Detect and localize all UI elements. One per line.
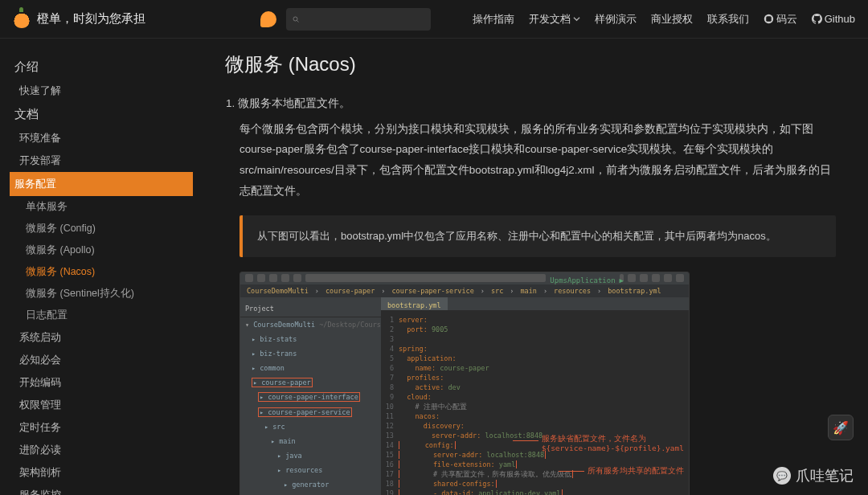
ide-breadcrumb: CourseDemoMulti › course-paper › course-… <box>240 284 689 297</box>
tree-row[interactable]: ▸ course-paper-interface <box>240 390 381 404</box>
sidebar-subitem[interactable]: 日志配置 <box>14 305 193 326</box>
search-field[interactable] <box>304 14 424 25</box>
main-content: 微服务 (Nacos) 微服务本地配置文件。 每个微服务包含两个模块，分别为接口… <box>193 39 868 495</box>
tree-row[interactable]: ▸ common <box>240 361 381 375</box>
wechat-icon: 💬 <box>773 467 791 485</box>
theme-palette-icon[interactable] <box>260 11 276 27</box>
sidebar-item[interactable]: 权限管理 <box>14 394 193 416</box>
tree-row[interactable]: ▸ main <box>240 434 381 448</box>
ide-toolbar: UpmsApplication ▶ <box>240 272 689 284</box>
nav-github[interactable]: Github <box>812 13 855 25</box>
ide-screenshot: UpmsApplication ▶ CourseDemoMulti › cour… <box>240 272 690 495</box>
tree-header: Project <box>240 301 381 317</box>
svg-line-1 <box>297 20 298 22</box>
chevron-down-icon <box>573 15 580 22</box>
tree-row[interactable]: ▸ course-paper <box>240 375 381 390</box>
watermark: 💬 爪哇笔记 <box>773 466 854 485</box>
sidebar-item[interactable]: 架构剖析 <box>14 461 193 484</box>
scroll-top-button[interactable]: 🚀 <box>828 415 854 440</box>
run-config: UpmsApplication <box>550 274 615 282</box>
nav-docs[interactable]: 开发文档 <box>529 12 580 27</box>
editor-tab-active[interactable]: bootstrap.yml <box>381 297 448 310</box>
sidebar-item[interactable]: 进阶必读 <box>14 439 193 461</box>
search-input[interactable] <box>286 8 431 31</box>
top-nav: 操作指南 开发文档 样例演示 商业授权 联系我们 码云 Github <box>473 12 855 27</box>
gitee-icon <box>764 14 774 24</box>
sidebar: 介绍快速了解文档环境准备开发部署服务配置单体服务微服务 (Config)微服务 … <box>0 39 193 495</box>
paragraph-1: 每个微服务包含两个模块，分别为接口模块和实现模块，服务的所有业务实现和参数配置均… <box>240 119 836 202</box>
tree-row[interactable]: ▸ template.views <box>240 492 381 495</box>
watermark-text: 爪哇笔记 <box>796 466 854 485</box>
sidebar-item[interactable]: 系统启动 <box>14 326 193 349</box>
tree-row[interactable]: ▸ biz-stats <box>240 332 381 346</box>
sidebar-item[interactable]: 快速了解 <box>14 80 193 102</box>
sidebar-subitem[interactable]: 微服务 (Apollo) <box>14 239 193 261</box>
sidebar-section: 文档 <box>14 102 193 127</box>
site-title: 橙单，时刻为您承担 <box>37 11 145 27</box>
sidebar-item[interactable]: 服务监控 <box>14 484 193 495</box>
tree-row[interactable]: ▸ src <box>240 419 381 434</box>
sidebar-subitem[interactable]: 微服务 (Sentinel持久化) <box>14 283 193 305</box>
nav-license[interactable]: 商业授权 <box>651 12 693 27</box>
annotation-1: 服务缺省配置文件，文件名为${service-name}-${profile}.… <box>542 434 684 454</box>
github-icon <box>812 14 822 24</box>
sidebar-subitem[interactable]: 微服务 (Config) <box>14 218 193 239</box>
search-icon <box>293 14 299 25</box>
svg-rect-3 <box>766 16 772 22</box>
logo-icon <box>13 10 31 28</box>
sidebar-item[interactable]: 开始编码 <box>14 371 193 394</box>
tree-row[interactable]: ▸ course-paper-service <box>240 405 381 419</box>
tree-row[interactable]: ▸ java <box>240 448 381 463</box>
tree-row[interactable]: ▸ generator <box>240 477 381 492</box>
logo[interactable]: 橙单，时刻为您承担 <box>13 10 145 28</box>
nav-demo[interactable]: 样例演示 <box>595 12 637 27</box>
sidebar-item[interactable]: 环境准备 <box>14 127 193 149</box>
editor-pane: bootstrap.yml 1server:2 port: 900534spri… <box>381 297 689 495</box>
sidebar-item[interactable]: 开发部署 <box>14 149 193 172</box>
sidebar-section: 介绍 <box>14 55 193 80</box>
tree-row[interactable]: ▸ biz-trans <box>240 346 381 361</box>
nav-gitee[interactable]: 码云 <box>764 12 797 27</box>
top-bar: 橙单，时刻为您承担 操作指南 开发文档 样例演示 商业授权 联系我们 码云 Gi… <box>0 0 868 39</box>
step-1: 微服务本地配置文件。 <box>238 93 836 114</box>
sidebar-subitem[interactable]: 微服务 (Nacos) <box>14 261 193 283</box>
sidebar-subitem[interactable]: 单体服务 <box>14 196 193 218</box>
tree-row[interactable]: ▸ resources <box>240 463 381 477</box>
callout: 从下图可以看出，bootstrap.yml中仅包含了应用名称、注册中心和配置中心… <box>240 215 836 256</box>
svg-point-0 <box>293 17 297 21</box>
page-title: 微服务 (Nacos) <box>225 51 836 77</box>
project-tree[interactable]: Project ▾ CourseDemoMulti ~/Desktop/Cour… <box>240 297 381 495</box>
sidebar-item[interactable]: 服务配置 <box>10 172 193 196</box>
annotation-2: 所有服务均共享的配置文件 <box>588 466 684 476</box>
sidebar-item[interactable]: 必知必会 <box>14 349 193 371</box>
nav-contact[interactable]: 联系我们 <box>707 12 749 27</box>
sidebar-item[interactable]: 定时任务 <box>14 416 193 439</box>
nav-guide[interactable]: 操作指南 <box>473 12 514 27</box>
